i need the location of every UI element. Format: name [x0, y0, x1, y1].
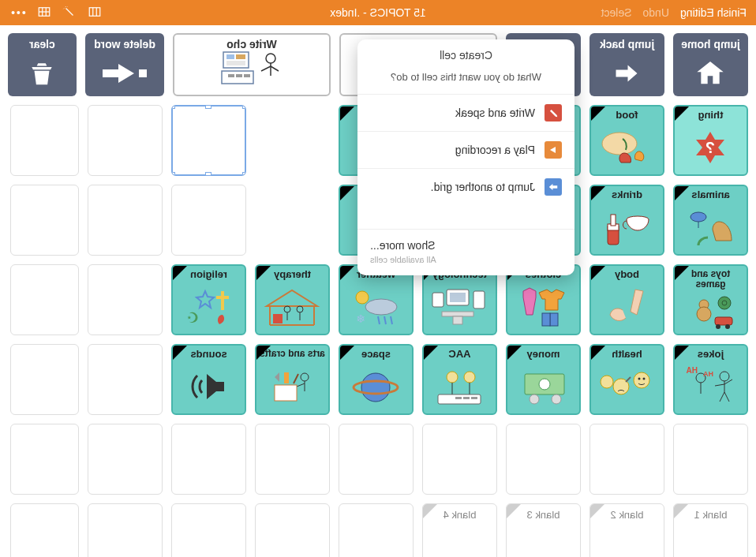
empty-cell[interactable] [88, 503, 163, 557]
fold-icon [340, 346, 354, 360]
cmd-delete-word[interactable]: delete word [85, 33, 164, 96]
empty-cell[interactable] [88, 424, 163, 495]
cmd-jump-home[interactable]: jump home [673, 33, 748, 96]
blank-label: blank 1 [694, 509, 728, 521]
topic-toys-games[interactable]: toys and games [673, 264, 748, 335]
empty-cell[interactable] [10, 344, 79, 415]
empty-cell[interactable] [255, 424, 330, 495]
finish-editing-button[interactable]: Finish Editing [680, 6, 747, 19]
empty-cell[interactable] [10, 185, 79, 256]
grid-icon[interactable] [37, 5, 51, 21]
empty-cell[interactable] [171, 503, 246, 557]
blank-cell-4[interactable]: blank 4 [422, 503, 497, 557]
blank-label: blank 3 [527, 509, 560, 521]
undo-button[interactable]: Undo [642, 6, 668, 19]
svg-point-101 [720, 372, 730, 381]
topic-arts-crafts[interactable]: arts and crafts [255, 344, 330, 415]
empty-cell[interactable] [171, 424, 246, 495]
fold-icon [424, 346, 438, 360]
svg-line-104 [720, 392, 725, 402]
fold-icon [591, 107, 605, 121]
svg-rect-81 [443, 312, 474, 316]
empty-cell[interactable] [88, 185, 163, 256]
empty-cell[interactable] [10, 264, 79, 335]
topic-health[interactable]: health [589, 344, 664, 415]
option-jump-grid[interactable]: Jump to another grid. [357, 169, 574, 205]
empty-cell[interactable] [589, 424, 664, 495]
blank-cell-2[interactable]: blank 2 [589, 503, 664, 557]
empty-cell[interactable] [171, 185, 246, 256]
play-icon [545, 141, 562, 159]
option-write-speak[interactable]: Write and speak [357, 95, 574, 131]
option-play-recording[interactable]: Play a recording [357, 132, 574, 168]
topic-thing[interactable]: thing ? [673, 105, 748, 176]
empty-cell[interactable] [10, 424, 79, 495]
svg-line-30 [271, 66, 279, 71]
topic-religion[interactable]: religion ☪ [171, 264, 246, 335]
empty-cell[interactable] [506, 424, 581, 495]
home-icon [676, 54, 745, 93]
empty-cell-selected[interactable] [171, 105, 246, 176]
svg-line-105 [725, 379, 733, 384]
svg-point-84 [366, 299, 398, 315]
arrow-left-icon [593, 54, 661, 93]
svg-point-129 [362, 373, 391, 402]
topic-body[interactable]: body [589, 264, 664, 335]
show-more-button[interactable]: Show more... [357, 230, 574, 255]
fold-icon [340, 266, 354, 280]
option-label: Write and speak [455, 107, 535, 119]
empty-cell[interactable] [10, 105, 79, 176]
empty-cell[interactable] [673, 424, 748, 495]
blank-cell-1[interactable]: blank 1 [673, 503, 748, 557]
svg-rect-26 [228, 74, 234, 77]
cmd-jump-back[interactable]: jump back [589, 33, 664, 96]
technology-icon [426, 282, 493, 331]
empty-cell[interactable] [88, 264, 163, 335]
cmd-label: jump home [681, 38, 740, 50]
svg-point-119 [552, 394, 562, 404]
fold-icon [256, 346, 271, 360]
svg-rect-24 [244, 74, 250, 77]
empty-cell[interactable] [88, 105, 163, 176]
fold-icon [423, 504, 437, 518]
empty-cell[interactable] [339, 503, 414, 557]
grid-cols-icon[interactable] [88, 5, 102, 21]
fold-icon [675, 266, 689, 280]
cmd-label: jump back [600, 38, 654, 50]
religion-icon: ☪ [175, 282, 242, 331]
svg-point-71 [698, 307, 712, 321]
fold-icon [340, 107, 354, 121]
popup-title: Create cell [357, 39, 574, 68]
svg-line-116 [627, 377, 631, 382]
more-icon[interactable]: ••• [9, 6, 26, 19]
topic-drinks[interactable]: drinks [589, 185, 664, 256]
svg-point-113 [638, 377, 641, 379]
empty-cell[interactable] [10, 503, 79, 557]
fold-icon [256, 266, 271, 280]
empty-cell[interactable] [339, 424, 414, 495]
jokes-icon: HAHA [677, 361, 744, 411]
topic-space[interactable]: space [339, 344, 414, 415]
cmd-write-cho[interactable]: Write cho [173, 33, 331, 96]
svg-line-87 [379, 316, 380, 324]
empty-cell[interactable] [88, 344, 163, 415]
topic-aac[interactable]: AAC [422, 344, 497, 415]
blank-cell-3[interactable]: blank 3 [506, 503, 581, 557]
topic-sounds[interactable]: sounds [171, 344, 246, 415]
empty-cell[interactable] [255, 503, 330, 557]
fold-icon [507, 346, 522, 360]
cmd-clear[interactable]: clear [8, 33, 77, 96]
svg-rect-136 [285, 372, 290, 383]
svg-line-135 [294, 374, 299, 383]
topic-jokes[interactable]: jokes HAHA [673, 344, 748, 415]
topic-food[interactable]: food [589, 105, 664, 176]
clothes-icon [510, 282, 577, 331]
wand-icon[interactable] [62, 5, 77, 21]
select-button[interactable]: Select [601, 6, 632, 19]
topic-animals[interactable]: animals [673, 185, 748, 256]
topic-therapy[interactable]: therapy [255, 264, 330, 335]
topic-money[interactable]: money [506, 344, 581, 415]
empty-cell[interactable] [422, 424, 497, 495]
svg-point-118 [540, 379, 551, 390]
svg-point-122 [447, 372, 458, 383]
